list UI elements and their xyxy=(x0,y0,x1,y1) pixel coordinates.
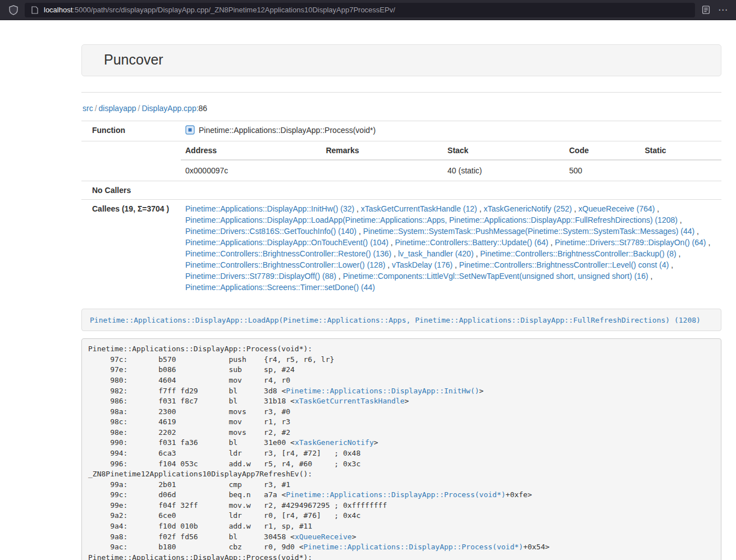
stats-header-row: Address Remarks Stack Code Static xyxy=(181,141,721,160)
stats-header-address: Address xyxy=(181,141,321,160)
breadcrumb-separator: / xyxy=(93,104,99,113)
callee-link[interactable]: vTaskDelay (176) xyxy=(392,260,452,269)
url-bar[interactable]: localhost:5000/path/src/displayapp/Displ… xyxy=(25,3,695,17)
shield-icon-glyph xyxy=(9,5,18,15)
page-container: Puncover src/displayapp/DisplayApp.cpp:8… xyxy=(81,44,721,560)
callees-list: Pinetime::Applications::DisplayApp::Init… xyxy=(181,200,721,297)
highlighted-symbol-link[interactable]: Pinetime::Applications::DisplayApp::Load… xyxy=(90,316,701,324)
stats-value-stack: 40 (static) xyxy=(443,160,565,181)
page-icon-glyph xyxy=(31,6,38,14)
callee-link[interactable]: Pinetime::Applications::DisplayApp::OnTo… xyxy=(185,238,388,247)
code-symbol-link[interactable]: xTaskGenericNotify xyxy=(295,438,374,447)
url-host: localhost xyxy=(44,6,72,14)
stats-header-remarks: Remarks xyxy=(321,141,443,160)
code-symbol-link[interactable]: Pinetime::Applications::DisplayApp::Proc… xyxy=(286,490,505,499)
code-symbol-link[interactable]: xTaskGetCurrentTaskHandle xyxy=(295,397,405,405)
highlighted-symbol-box: Pinetime::Applications::DisplayApp::Load… xyxy=(81,309,721,331)
function-table: Function Pinetime::Applications::Display… xyxy=(81,121,721,296)
overflow-menu-glyph: ⋯ xyxy=(718,5,728,15)
callees-label: Callees (19, Σ=3704 ) xyxy=(81,200,181,297)
stats-value-remarks xyxy=(321,160,443,181)
no-callers-cell xyxy=(181,181,721,200)
stats-value-code: 500 xyxy=(565,160,641,181)
callee-link[interactable]: Pinetime::Controllers::BrightnessControl… xyxy=(185,260,385,269)
callee-link[interactable]: Pinetime::Drivers::Cst816S::GetTouchInfo… xyxy=(185,227,356,236)
no-callers-label: No Callers xyxy=(81,181,181,200)
code-symbol-link[interactable]: Pinetime::Applications::DisplayApp::Proc… xyxy=(304,543,523,551)
callee-link[interactable]: xTaskGetCurrentTaskHandle (12) xyxy=(361,204,477,213)
callee-link[interactable]: Pinetime::Drivers::St7789::DisplayOff() … xyxy=(185,272,336,281)
url-path: :5000/path/src/displayapp/DisplayApp.cpp… xyxy=(72,6,395,14)
callee-link[interactable]: Pinetime::Applications::DisplayApp::Load… xyxy=(185,215,678,224)
url-text: localhost:5000/path/src/displayapp/Displ… xyxy=(44,6,395,14)
callee-link[interactable]: Pinetime::Controllers::BrightnessControl… xyxy=(480,249,676,258)
overflow-menu-icon[interactable]: ⋯ xyxy=(717,4,729,16)
code-symbol-link[interactable]: xQueueReceive xyxy=(295,533,352,541)
stats-value-row: 0x0000097c 40 (static) 500 xyxy=(181,160,721,181)
disassembly-code: Pinetime::Applications::DisplayApp::Proc… xyxy=(81,338,721,560)
stats-value-address: 0x0000097c xyxy=(181,160,321,181)
callee-link[interactable]: xQueueReceive (764) xyxy=(578,204,655,213)
breadcrumb-separator: / xyxy=(136,104,142,113)
method-icon-glyph xyxy=(185,125,195,135)
function-row: Function Pinetime::Applications::Display… xyxy=(81,121,721,141)
callee-link[interactable]: lv_task_handler (420) xyxy=(398,249,474,258)
reader-icon-glyph xyxy=(702,6,710,14)
page-info-icon[interactable] xyxy=(30,5,39,15)
breadcrumb: src/displayapp/DisplayApp.cpp:86 xyxy=(81,93,721,120)
stats-header-stack: Stack xyxy=(443,141,565,160)
function-name: Pinetime::Applications::DisplayApp::Proc… xyxy=(199,126,376,135)
callee-link[interactable]: Pinetime::Controllers::BrightnessControl… xyxy=(185,249,391,258)
function-name-cell: Pinetime::Applications::DisplayApp::Proc… xyxy=(181,121,721,141)
stats-row: Address Remarks Stack Code Static 0x0000… xyxy=(81,141,721,181)
app-header: Puncover xyxy=(81,44,721,76)
breadcrumb-src-link[interactable]: src xyxy=(83,104,93,113)
reader-mode-icon[interactable] xyxy=(701,4,711,15)
callee-link[interactable]: Pinetime::Controllers::BrightnessControl… xyxy=(459,260,669,269)
breadcrumb-file-link[interactable]: DisplayApp.cpp: xyxy=(141,104,198,113)
callee-link[interactable]: Pinetime::Controllers::Battery::Update()… xyxy=(395,238,548,247)
browser-toolbar: localhost:5000/path/src/displayapp/Displ… xyxy=(0,0,736,20)
callees-row: Callees (19, Σ=3704 ) Pinetime::Applicat… xyxy=(81,200,721,297)
stats-header-code: Code xyxy=(565,141,641,160)
callee-link[interactable]: Pinetime::Drivers::St7789::DisplayOn() (… xyxy=(555,238,706,247)
stats-header-static: Static xyxy=(641,141,721,160)
no-callers-row: No Callers xyxy=(81,181,721,200)
breadcrumb-displayapp-link[interactable]: displayapp xyxy=(99,104,136,113)
stats-cell: Address Remarks Stack Code Static 0x0000… xyxy=(181,141,721,181)
callee-link[interactable]: Pinetime::Applications::Screens::Timer::… xyxy=(185,283,375,292)
code-symbol-link[interactable]: Pinetime::Applications::DisplayApp::Init… xyxy=(286,387,479,395)
function-row-label: Function xyxy=(81,121,181,141)
breadcrumb-line-number: 86 xyxy=(199,104,208,113)
stats-row-spacer xyxy=(81,141,181,181)
shield-icon[interactable] xyxy=(8,4,19,16)
stats-value-static xyxy=(641,160,721,181)
callee-link[interactable]: Pinetime::System::SystemTask::PushMessag… xyxy=(363,227,695,236)
callee-link[interactable]: Pinetime::Applications::DisplayApp::Init… xyxy=(185,204,354,213)
method-icon xyxy=(185,125,195,137)
stats-table: Address Remarks Stack Code Static 0x0000… xyxy=(181,141,721,181)
page-title: Puncover xyxy=(104,52,699,68)
callee-link[interactable]: xTaskGenericNotify (252) xyxy=(483,204,572,213)
callee-link[interactable]: Pinetime::Components::LittleVgl::SetNewT… xyxy=(343,272,648,281)
